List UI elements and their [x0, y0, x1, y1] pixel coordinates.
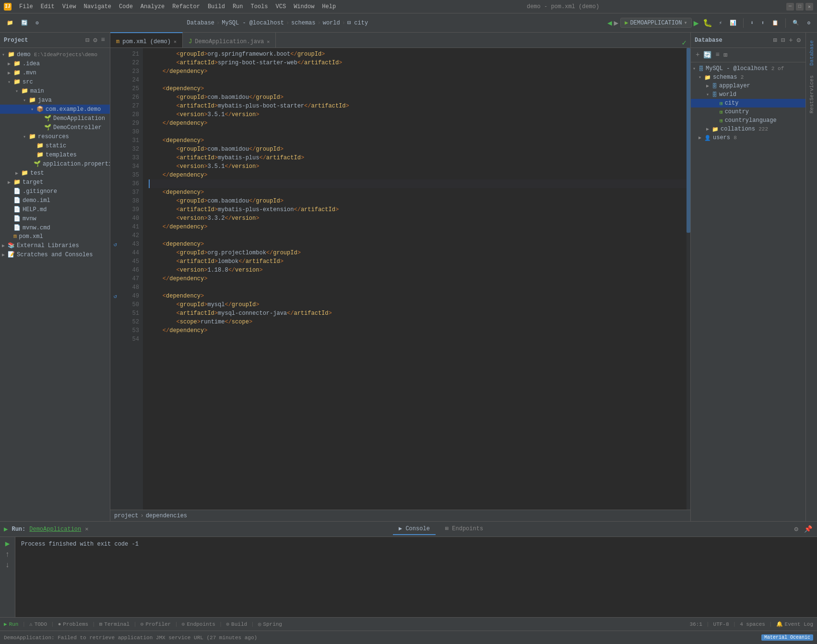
- debug-button[interactable]: 🐛: [701, 16, 714, 30]
- tab-pom-xml[interactable]: m pom.xml (demo) ✕: [110, 32, 183, 48]
- db-settings-icon[interactable]: ⚙: [796, 35, 802, 45]
- run-up-icon[interactable]: ↑: [5, 550, 10, 559]
- tree-item-templates[interactable]: ▶ 📁 templates: [0, 150, 110, 159]
- spring-status[interactable]: ◎ Spring: [258, 621, 282, 627]
- run-tab-console[interactable]: ▶ Console: [393, 523, 436, 535]
- tree-item-main[interactable]: ▾ 📁 main: [0, 86, 110, 95]
- event-log-status[interactable]: 🔔 Event Log: [776, 621, 813, 627]
- tree-item-mvn[interactable]: ▶ 📁 .mvn: [0, 68, 110, 77]
- toolbar-settings-btn[interactable]: ⚙: [33, 18, 42, 28]
- settings-gear-button[interactable]: ⚙: [804, 18, 813, 28]
- run-close-icon[interactable]: ✕: [85, 525, 88, 533]
- run-settings-icon[interactable]: ⚙: [793, 524, 799, 534]
- menu-refactor[interactable]: Refactor: [168, 2, 204, 11]
- close-button[interactable]: ✕: [805, 3, 813, 11]
- db-item-appplayer[interactable]: ▶ 🗄 appplayer: [691, 82, 805, 90]
- menu-file[interactable]: File: [15, 2, 37, 11]
- tree-item-demo-application[interactable]: ▶ 🌱 DemoApplication: [0, 114, 110, 123]
- tab-demo-application[interactable]: J DemoApplication.java ✕: [183, 32, 276, 48]
- sidebar-collapse-all-icon[interactable]: ⊟: [84, 35, 90, 45]
- toolbar-sync-btn[interactable]: 🔄: [18, 18, 31, 28]
- db-sql-icon[interactable]: ≡: [714, 50, 720, 60]
- tree-item-mvnw[interactable]: ▶ 📄 mvnw: [0, 214, 110, 223]
- tree-item-package[interactable]: ▾ 📦 com.example.demo: [0, 105, 110, 114]
- profiler-status[interactable]: ⊙ Profiler: [141, 621, 171, 627]
- menu-help[interactable]: Help: [318, 2, 340, 11]
- db-item-mysql[interactable]: ▾ 🗄 MySQL - @localhost 2 of: [691, 64, 805, 73]
- db-item-schemas[interactable]: ▾ 📁 schemas 2: [691, 73, 805, 82]
- breadcrumb-city[interactable]: ⊟ city: [347, 19, 368, 26]
- tree-item-idea[interactable]: ▶ 📁 .idea: [0, 59, 110, 68]
- toolbar-project-btn[interactable]: 📁: [4, 18, 16, 28]
- tree-item-resources[interactable]: ▾ 📁 resources: [0, 132, 110, 141]
- endpoints-status[interactable]: ⊙ Endpoints: [182, 621, 215, 627]
- breadcrumb-world[interactable]: world: [323, 20, 340, 26]
- tree-item-pom-xml[interactable]: ▶ m pom.xml: [0, 232, 110, 241]
- menu-tools[interactable]: Tools: [247, 2, 272, 11]
- db-item-world[interactable]: ▾ 🗄 world: [691, 90, 805, 99]
- menu-edit[interactable]: Edit: [37, 2, 59, 11]
- todo-status[interactable]: ⚠ TODO: [29, 621, 47, 627]
- run-button[interactable]: ▶: [694, 18, 699, 28]
- menu-navigate[interactable]: Navigate: [80, 2, 115, 11]
- db-refresh-icon[interactable]: 🔄: [702, 50, 712, 60]
- tree-item-demo-controller[interactable]: ▶ 🌱 DemoController: [0, 123, 110, 132]
- db-table-view-icon[interactable]: ⊞: [722, 50, 728, 60]
- db-sync-icon[interactable]: ⊞: [772, 35, 778, 45]
- editor-scrollbar[interactable]: [687, 48, 690, 510]
- sidebar-settings-icon[interactable]: ⚙: [92, 35, 98, 45]
- menu-build[interactable]: Build: [204, 2, 229, 11]
- breadcrumb-schemas[interactable]: schemas: [291, 20, 315, 26]
- profile-button[interactable]: 📊: [727, 18, 739, 28]
- tree-item-scratches[interactable]: ▶ 📝 Scratches and Consoles: [0, 250, 110, 259]
- editor-breadcrumb-dependencies[interactable]: dependencies: [146, 513, 187, 519]
- tree-item-demo-iml[interactable]: ▶ 📄 demo.iml: [0, 196, 110, 205]
- db-add-icon[interactable]: +: [788, 36, 793, 45]
- git-push-button[interactable]: ⬆: [758, 18, 768, 28]
- tree-item-application-properties[interactable]: ▶ 🌱 application.properties: [0, 159, 110, 168]
- git-history-button[interactable]: 📋: [769, 18, 781, 28]
- run-forward-button[interactable]: ▶: [614, 18, 619, 28]
- breadcrumb-mysql[interactable]: MySQL - @localhost: [222, 20, 284, 26]
- coverage-button[interactable]: ⚡: [716, 18, 725, 28]
- tree-item-test[interactable]: ▶ 📁 test: [0, 168, 110, 178]
- tab-demo-close[interactable]: ✕: [267, 39, 270, 45]
- indent-status[interactable]: 4 spaces: [740, 621, 765, 627]
- encoding-status[interactable]: UTF-8: [713, 621, 729, 627]
- menu-analyze[interactable]: Analyze: [137, 2, 168, 11]
- run-tab-endpoints[interactable]: ⊞ Endpoints: [439, 523, 489, 535]
- tree-item-static[interactable]: ▶ 📁 static: [0, 141, 110, 150]
- code-content[interactable]: <groupId>org.springframework.boot</group…: [143, 48, 687, 510]
- tree-item-target[interactable]: ▶ 📁 target: [0, 178, 110, 187]
- db-item-country[interactable]: ▶ ⊞ country: [691, 107, 805, 116]
- run-stop-button[interactable]: ▶: [4, 525, 8, 533]
- menu-code[interactable]: Code: [115, 2, 137, 11]
- db-item-users[interactable]: ▶ 👤 users 8: [691, 133, 805, 142]
- tree-item-external-libraries[interactable]: ▶ 📚 External Libraries: [0, 241, 110, 250]
- db-new-connection-icon[interactable]: +: [695, 50, 700, 60]
- tree-item-src[interactable]: ▾ 📁 src: [0, 77, 110, 86]
- tree-item-java[interactable]: ▾ 📁 java: [0, 95, 110, 105]
- run-play-icon[interactable]: ▶: [5, 539, 10, 549]
- menu-vcs[interactable]: VCS: [272, 2, 290, 11]
- build-status[interactable]: ⊙ Build: [226, 621, 247, 627]
- sidebar-gear-icon[interactable]: ≡: [100, 35, 106, 45]
- search-everywhere-button[interactable]: 🔍: [790, 18, 802, 28]
- editor-breadcrumb-project[interactable]: project: [114, 513, 138, 519]
- terminal-status[interactable]: ⊞ Terminal: [99, 621, 130, 627]
- run-status-button[interactable]: ▶ Run: [4, 621, 18, 627]
- tab-pom-close[interactable]: ✕: [174, 39, 177, 45]
- menu-window[interactable]: Window: [290, 2, 318, 11]
- git-update-button[interactable]: ⬇: [747, 18, 757, 28]
- tree-item-mvnw-cmd[interactable]: ▶ 📄 mvnw.cmd: [0, 223, 110, 232]
- db-item-countrylanguage[interactable]: ▶ ⊞ countrylanguage: [691, 116, 805, 125]
- code-editor[interactable]: ↺ ↺ 21 22 23 24 25 26 27: [110, 48, 690, 510]
- problems-status[interactable]: ● Problems: [58, 621, 88, 627]
- run-config-selector[interactable]: ▶ DEMOAPPLICATION ▾: [620, 18, 692, 28]
- db-item-collations[interactable]: ▶ 📁 collations 222: [691, 125, 805, 133]
- maximize-button[interactable]: □: [796, 3, 804, 11]
- vtab-database[interactable]: Database: [808, 36, 816, 70]
- db-item-city[interactable]: ▶ ⊞ city: [691, 99, 805, 107]
- tree-item-help[interactable]: ▶ 📄 HELP.md: [0, 205, 110, 214]
- tree-item-demo[interactable]: ▾ 📁 demo E:\IdeaProjects\demo: [0, 50, 110, 59]
